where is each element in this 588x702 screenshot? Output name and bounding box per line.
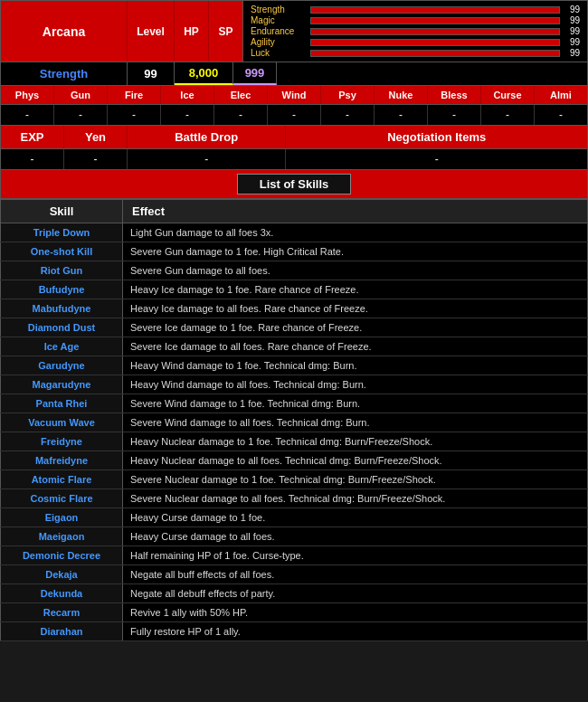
table-row: RecarmRevive 1 ally with 50% HP.: [1, 603, 588, 622]
neg-items-val: -: [286, 149, 587, 169]
skill-effect-cell: Heavy Curse damage to 1 foe.: [123, 508, 588, 527]
endurance-stat-val: 99: [564, 26, 580, 36]
skill-name-cell[interactable]: Demonic Decree: [1, 546, 123, 565]
table-row: DekajaNegate all buff effects of all foe…: [1, 565, 588, 584]
skill-effect-cell: Negate all buff effects of all foes.: [123, 565, 588, 584]
aff-val-psy: -: [321, 105, 375, 125]
skill-name-cell[interactable]: Bufudyne: [1, 280, 123, 299]
skill-effect-cell: Revive 1 ally with 50% HP.: [123, 603, 588, 622]
magic-stat-label: Magic: [251, 15, 307, 25]
luck-stat-row: Luck 99: [251, 48, 580, 58]
strength-stat-label: Strength: [251, 5, 307, 14]
table-row: Ice AgeSevere Ice damage to all foes. Ra…: [1, 337, 588, 356]
skill-name-cell[interactable]: Atomic Flare: [1, 470, 123, 489]
sp-label: SP: [209, 1, 243, 62]
skill-name-cell[interactable]: Magarudyne: [1, 375, 123, 394]
header-row2-spacer: [277, 62, 587, 85]
skill-name-cell[interactable]: Dekunda: [1, 584, 123, 603]
skill-effect-cell: Severe Wind damage to 1 foe. Technical d…: [123, 394, 588, 413]
exp-val: -: [1, 149, 64, 169]
skill-name-cell[interactable]: Diamond Dust: [1, 318, 123, 337]
skills-header-inner: List of Skills: [237, 174, 352, 194]
skill-effect-cell: Severe Nuclear damage to all foes. Techn…: [123, 489, 588, 508]
skill-name-cell[interactable]: Panta Rhei: [1, 394, 123, 413]
luck-bar-container: [310, 50, 560, 57]
aff-val-gun: -: [54, 105, 108, 125]
endurance-stat-row: Endurance 99: [251, 26, 580, 36]
endurance-bar-container: [310, 28, 560, 35]
skill-name-cell[interactable]: Eigaon: [1, 508, 123, 527]
skill-name-cell[interactable]: Mabufudyne: [1, 299, 123, 318]
strength-bar-container: [310, 6, 560, 14]
table-row: EigaonHeavy Curse damage to 1 foe.: [1, 508, 588, 527]
luck-stat-label: Luck: [251, 48, 307, 58]
info-values-row: - - - -: [0, 149, 588, 170]
aff-header-ice: Ice: [161, 86, 214, 104]
aff-val-wind: -: [268, 105, 321, 125]
aff-header-almi: Almi: [535, 86, 587, 104]
header-row1: Arcana Level HP SP Strength 99 Magic 99 …: [0, 0, 588, 62]
magic-stat-row: Magic 99: [251, 15, 580, 25]
luck-bar: [311, 51, 559, 56]
aff-val-curse: -: [481, 105, 535, 125]
endurance-bar: [311, 29, 559, 34]
aff-val-almi: -: [535, 105, 587, 125]
info-labels-row: EXP Yen Battle Drop Negotiation Items: [0, 126, 588, 149]
magic-bar-container: [310, 17, 560, 24]
col-effect-header: Effect: [123, 200, 588, 223]
table-row: One-shot KillSevere Gun damage to 1 foe.…: [1, 242, 588, 261]
exp-label: EXP: [1, 126, 64, 148]
aff-val-fire: -: [108, 105, 161, 125]
skills-section-header: List of Skills: [0, 170, 588, 199]
skill-name-cell[interactable]: Riot Gun: [1, 261, 123, 280]
skill-name-cell[interactable]: Recarm: [1, 603, 123, 622]
skill-effect-cell: Severe Gun damage to all foes.: [123, 261, 588, 280]
skill-name-cell[interactable]: Dekaja: [1, 565, 123, 584]
skill-effect-cell: Severe Ice damage to 1 foe. Rare chance …: [123, 318, 588, 337]
affinity-headers: Phys Gun Fire Ice Elec Wind Psy Nuke Ble…: [0, 86, 588, 105]
aff-val-ice: -: [161, 105, 214, 125]
table-row: DekundaNegate all debuff effects of part…: [1, 584, 588, 603]
aff-val-bless: -: [428, 105, 481, 125]
battle-drop-val: -: [128, 149, 286, 169]
header-row2: Strength 99 8,000 999: [0, 62, 588, 86]
skill-name-cell[interactable]: Ice Age: [1, 337, 123, 356]
agility-bar-container: [310, 39, 560, 46]
skill-effect-cell: Fully restore HP of 1 ally.: [123, 622, 588, 641]
sp-value: 999: [233, 62, 277, 85]
skill-name-cell[interactable]: Garudyne: [1, 356, 123, 375]
skill-name-cell[interactable]: Mafreidyne: [1, 451, 123, 470]
table-row: MafreidyneHeavy Nuclear damage to all fo…: [1, 451, 588, 470]
battle-drop-label: Battle Drop: [128, 126, 286, 148]
agility-stat-val: 99: [564, 37, 580, 47]
strength-bar: [311, 7, 559, 13]
table-row: Riot GunSevere Gun damage to all foes.: [1, 261, 588, 280]
skill-name-cell[interactable]: Diarahan: [1, 622, 123, 641]
strength-stat-val: 99: [564, 5, 580, 14]
affinity-values: - - - - - - - - - - -: [0, 105, 588, 126]
skill-effect-cell: Heavy Wind damage to 1 foe. Technical dm…: [123, 356, 588, 375]
luck-stat-val: 99: [564, 48, 580, 58]
aff-header-elec: Elec: [214, 86, 268, 104]
aff-header-fire: Fire: [108, 86, 161, 104]
skill-effect-cell: Heavy Curse damage to all foes.: [123, 527, 588, 546]
skill-name-cell[interactable]: Triple Down: [1, 223, 123, 242]
col-skill-header: Skill: [1, 200, 123, 223]
skill-name-cell[interactable]: Maeigaon: [1, 527, 123, 546]
skill-effect-cell: Heavy Wind damage to all foes. Technical…: [123, 375, 588, 394]
table-row: BufudyneHeavy Ice damage to 1 foe. Rare …: [1, 280, 588, 299]
hp-label: HP: [175, 1, 209, 62]
aff-header-psy: Psy: [321, 86, 375, 104]
skill-name-cell[interactable]: Freidyne: [1, 432, 123, 451]
stats-panel: Strength 99 Magic 99 Endurance 99 Agilit…: [243, 1, 587, 62]
skill-name-cell[interactable]: One-shot Kill: [1, 242, 123, 261]
skill-name-cell[interactable]: Cosmic Flare: [1, 489, 123, 508]
skill-name-cell[interactable]: Vacuum Wave: [1, 413, 123, 432]
agility-stat-label: Agility: [251, 37, 307, 47]
strength-val: 99: [128, 62, 175, 85]
aff-header-phys: Phys: [1, 86, 54, 104]
skill-effect-cell: Heavy Nuclear damage to all foes. Techni…: [123, 451, 588, 470]
aff-header-curse: Curse: [481, 86, 535, 104]
strength-name: Strength: [1, 62, 128, 85]
yen-label: Yen: [64, 126, 128, 148]
